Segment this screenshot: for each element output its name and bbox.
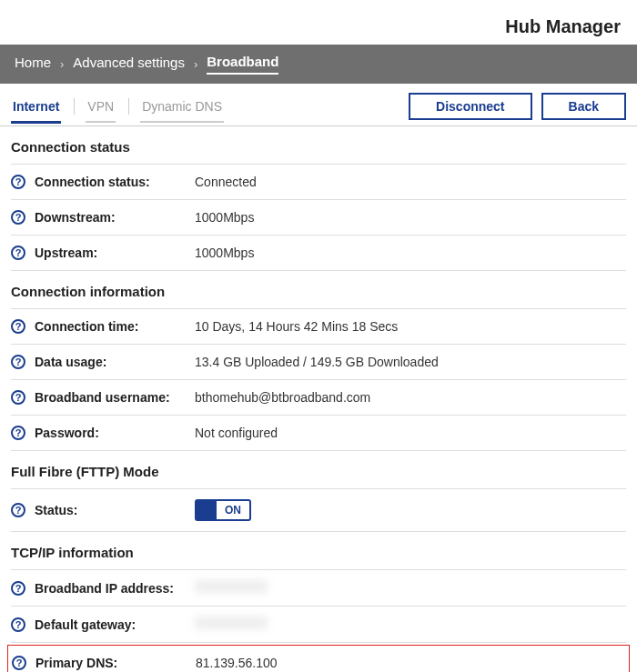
label-fttp-status: Status: (35, 503, 195, 517)
tab-dynamic-dns[interactable]: Dynamic DNS (140, 95, 224, 123)
help-icon[interactable]: ? (11, 355, 25, 369)
divider (74, 98, 75, 115)
chevron-right-icon: › (194, 57, 197, 71)
value-upstream: 1000Mbps (195, 246, 254, 260)
label-connection-status: Connection status: (35, 175, 195, 189)
disconnect-button[interactable]: Disconnect (409, 93, 531, 120)
toggle-label: ON (217, 504, 249, 517)
toggle-knob (197, 501, 217, 519)
label-data-usage: Data usage: (35, 355, 195, 369)
help-icon[interactable]: ? (11, 426, 25, 440)
help-icon[interactable]: ? (11, 390, 25, 405)
crumb-broadband[interactable]: Broadband (207, 54, 278, 75)
label-broadband-username: Broadband username: (35, 390, 195, 405)
help-icon[interactable]: ? (11, 617, 25, 632)
row-data-usage: ? Data usage: 13.4 GB Uploaded / 149.5 G… (11, 344, 626, 379)
highlight-primary-dns: ? Primary DNS: 81.139.56.100 (7, 645, 630, 672)
section-connection-status: Connection status (11, 126, 626, 164)
tabs: Internet VPN Dynamic DNS (11, 95, 237, 124)
help-icon[interactable]: ? (11, 581, 25, 596)
value-default-gateway (195, 617, 268, 632)
row-upstream: ? Upstream: 1000Mbps (11, 235, 626, 271)
label-password: Password: (35, 426, 195, 440)
row-broadband-username: ? Broadband username: bthomehub@btbroadb… (11, 379, 626, 415)
label-downstream: Downstream: (35, 210, 195, 225)
row-password: ? Password: Not configured (11, 415, 626, 451)
row-connection-time: ? Connection time: 10 Days, 14 Hours 42 … (11, 308, 626, 344)
help-icon[interactable]: ? (11, 503, 25, 517)
content: Connection status ? Connection status: C… (0, 126, 637, 672)
label-connection-time: Connection time: (35, 319, 195, 334)
chevron-right-icon: › (60, 57, 64, 71)
value-primary-dns: 81.139.56.100 (196, 656, 278, 670)
label-upstream: Upstream: (35, 246, 195, 260)
row-fttp-status: ? Status: ON (11, 488, 626, 532)
row-primary-dns: ? Primary DNS: 81.139.56.100 (12, 646, 629, 672)
value-broadband-username: bthomehub@btbroadband.com (195, 390, 370, 405)
section-fttp: Full Fibre (FTTP) Mode (11, 451, 626, 488)
help-icon[interactable]: ? (12, 656, 26, 670)
app-title: Hub Manager (0, 0, 637, 45)
row-downstream: ? Downstream: 1000Mbps (11, 199, 626, 235)
row-broadband-ip: ? Broadband IP address: (11, 569, 626, 606)
value-password: Not configured (195, 426, 278, 440)
label-broadband-ip: Broadband IP address: (35, 581, 195, 596)
section-tcpip: TCP/IP information (11, 532, 626, 569)
value-connection-time: 10 Days, 14 Hours 42 Mins 18 Secs (195, 319, 398, 334)
label-default-gateway: Default gateway: (35, 617, 195, 632)
help-icon[interactable]: ? (11, 175, 25, 189)
help-icon[interactable]: ? (11, 210, 25, 225)
tab-internet[interactable]: Internet (11, 95, 61, 124)
value-connection-status: Connected (195, 175, 257, 189)
section-connection-info: Connection information (11, 271, 626, 308)
divider (128, 98, 129, 115)
value-downstream: 1000Mbps (195, 210, 254, 225)
crumb-advanced[interactable]: Advanced settings (73, 55, 185, 74)
label-primary-dns: Primary DNS: (35, 656, 196, 670)
action-buttons: Disconnect Back (409, 93, 626, 120)
fttp-toggle[interactable]: ON (195, 499, 251, 521)
crumb-home[interactable]: Home (15, 55, 51, 74)
value-data-usage: 13.4 GB Uploaded / 149.5 GB Downloaded (195, 355, 439, 369)
tab-vpn[interactable]: VPN (86, 95, 116, 123)
back-button[interactable]: Back (541, 93, 626, 120)
row-default-gateway: ? Default gateway: (11, 606, 626, 643)
help-icon[interactable]: ? (11, 319, 25, 334)
tabs-row: Internet VPN Dynamic DNS Disconnect Back (0, 84, 637, 126)
help-icon[interactable]: ? (11, 246, 25, 260)
row-connection-status: ? Connection status: Connected (11, 164, 626, 199)
value-broadband-ip (195, 580, 268, 596)
breadcrumb: Home › Advanced settings › Broadband (0, 45, 637, 84)
